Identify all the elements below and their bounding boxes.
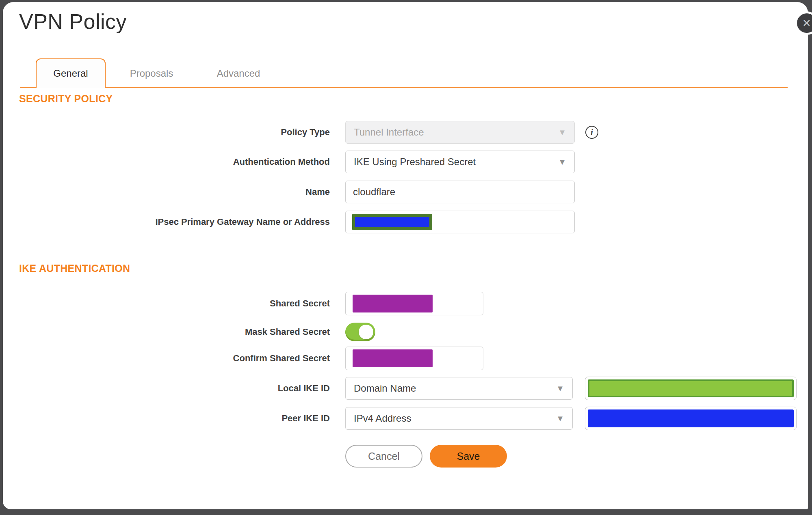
tab-general[interactable]: General xyxy=(36,58,106,88)
tab-advanced-label: Advanced xyxy=(217,68,260,79)
peer-ike-id-label: Peer IKE ID xyxy=(3,413,330,424)
peer-ike-id-redacted-value xyxy=(588,409,794,427)
tab-advanced[interactable]: Advanced xyxy=(204,58,273,88)
authentication-method-value: IKE Using Preshared Secret xyxy=(354,156,476,168)
confirm-shared-secret-input[interactable] xyxy=(345,347,483,370)
name-label: Name xyxy=(3,187,330,197)
confirm-shared-secret-redacted-value xyxy=(353,349,433,367)
local-ike-id-value: Domain Name xyxy=(354,383,416,394)
shared-secret-redacted-value xyxy=(353,295,433,312)
chevron-down-icon: ▼ xyxy=(558,128,566,137)
local-ike-id-redacted-value xyxy=(588,379,794,397)
tab-bar: General Proposals Advanced xyxy=(3,58,808,88)
chevron-down-icon: ▼ xyxy=(556,414,564,423)
security-policy-heading: SECURITY POLICY xyxy=(19,93,113,105)
info-icon[interactable]: i xyxy=(585,126,598,139)
policy-type-value: Tunnel Interface xyxy=(354,127,424,138)
toggle-knob xyxy=(359,325,373,339)
authentication-method-label: Authentication Method xyxy=(3,157,330,167)
info-icon-glyph: i xyxy=(591,127,593,138)
cancel-button[interactable]: Cancel xyxy=(345,445,422,468)
gateway-label: IPsec Primary Gateway Name or Address xyxy=(3,217,330,227)
name-input-wrap xyxy=(345,181,575,203)
mask-shared-secret-label: Mask Shared Secret xyxy=(3,327,330,337)
mask-shared-secret-toggle[interactable] xyxy=(345,323,375,341)
gateway-input[interactable] xyxy=(345,211,575,233)
shared-secret-label: Shared Secret xyxy=(3,298,330,309)
shared-secret-input[interactable] xyxy=(345,292,483,315)
page-background: VPN Policy General Proposals Advanced SE… xyxy=(0,0,812,515)
policy-type-label: Policy Type xyxy=(3,127,330,138)
peer-ike-id-value-input[interactable] xyxy=(585,407,797,430)
local-ike-id-value-input[interactable] xyxy=(585,377,797,400)
confirm-shared-secret-label: Confirm Shared Secret xyxy=(3,353,330,364)
peer-ike-id-value: IPv4 Address xyxy=(354,413,411,424)
dialog-title: VPN Policy xyxy=(19,9,127,34)
close-icon: ✕ xyxy=(802,17,811,29)
save-button[interactable]: Save xyxy=(430,445,507,468)
tab-proposals-label: Proposals xyxy=(130,68,173,79)
policy-type-select: Tunnel Interface ▼ xyxy=(345,121,575,144)
tab-general-label: General xyxy=(53,68,88,79)
vpn-policy-dialog: VPN Policy General Proposals Advanced SE… xyxy=(3,2,808,509)
name-input[interactable] xyxy=(353,186,567,198)
chevron-down-icon: ▼ xyxy=(556,384,564,393)
tab-proposals[interactable]: Proposals xyxy=(117,58,186,88)
local-ike-id-label: Local IKE ID xyxy=(3,383,330,394)
authentication-method-select[interactable]: IKE Using Preshared Secret ▼ xyxy=(345,151,575,173)
gateway-redacted-value xyxy=(352,214,432,230)
ike-authentication-heading: IKE AUTHENTICATION xyxy=(19,263,130,274)
chevron-down-icon: ▼ xyxy=(558,157,566,167)
local-ike-id-select[interactable]: Domain Name ▼ xyxy=(345,377,573,400)
peer-ike-id-select[interactable]: IPv4 Address ▼ xyxy=(345,407,573,430)
